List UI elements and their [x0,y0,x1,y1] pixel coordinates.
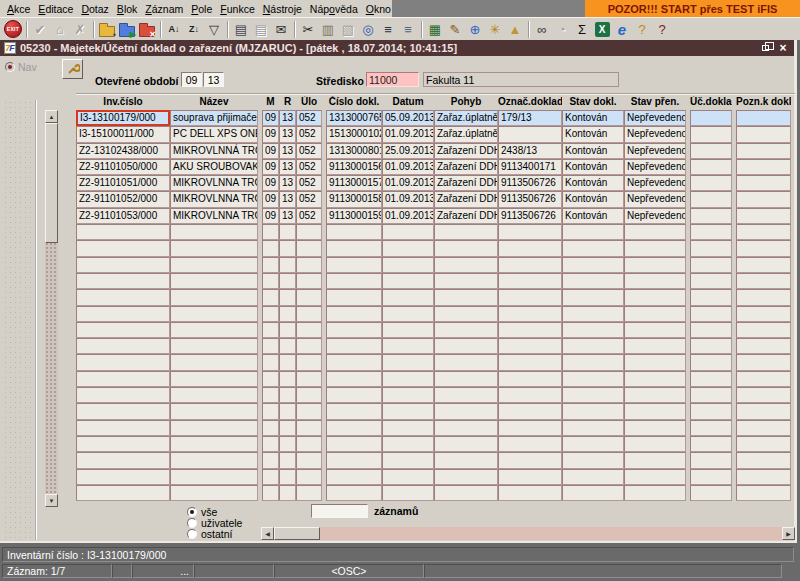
table-cell[interactable] [262,257,279,273]
menu-pole[interactable]: Pole [187,2,216,16]
table-cell[interactable]: 052 [296,110,322,126]
table-cell[interactable] [690,126,732,142]
table-cell[interactable] [279,257,296,273]
table-cell[interactable] [498,257,562,273]
table-cell[interactable] [326,420,382,436]
notepad-icon[interactable]: ✎ [445,20,465,39]
table-cell[interactable] [736,224,791,240]
table-cell[interactable] [296,387,322,403]
table-cell[interactable] [690,403,732,419]
table-cell[interactable] [562,338,624,354]
table-cell[interactable]: 25.09.2013 [382,143,434,159]
table-cell[interactable] [624,257,686,273]
table-cell[interactable] [262,403,279,419]
help-icon[interactable]: ? [652,20,672,39]
nav-toggle[interactable]: Nav [5,61,37,73]
table-cell[interactable] [170,273,258,289]
table-cell[interactable] [382,240,434,256]
table-cell[interactable] [382,354,434,370]
enter-query-icon[interactable]: ▪ [97,20,117,39]
table-cell[interactable]: 052 [296,159,322,175]
table-cell[interactable] [326,485,382,501]
table-cell[interactable] [170,403,258,419]
table-cell[interactable] [382,306,434,322]
table-cell[interactable] [498,354,562,370]
table-cell[interactable]: MIKROVLNNA TROU [170,175,258,191]
table-cell[interactable] [690,452,732,468]
table-cell[interactable] [498,371,562,387]
table-cell[interactable] [170,338,258,354]
table-cell[interactable] [76,469,170,485]
table-cell[interactable] [624,452,686,468]
table-row-empty[interactable] [76,240,791,256]
table-cell[interactable]: Kontován [562,110,624,126]
table-cell[interactable]: PC DELL XPS ONE 2 [170,126,258,142]
table-row[interactable]: Z2-13102438/000MIKROVLNNÁ TROU0913052131… [76,143,791,159]
table-cell[interactable]: Zařaz.úplatně nat [434,110,498,126]
exit-button[interactable]: EXIT [3,20,23,39]
table-cell[interactable] [624,436,686,452]
table-cell[interactable]: 1313000801 [326,143,382,159]
table-cell[interactable] [562,257,624,273]
table-cell[interactable] [690,208,732,224]
table-cell[interactable] [690,273,732,289]
table-row-empty[interactable] [76,387,791,403]
table-cell[interactable]: 9113000159 [326,208,382,224]
table-row[interactable]: Z2-91101053/000MIKROVLNNA TROU0913052911… [76,208,791,224]
table-cell[interactable] [76,452,170,468]
table-cell[interactable] [382,420,434,436]
table-cell[interactable]: 05.09.2013 [382,110,434,126]
table-cell[interactable]: 13 [279,175,296,191]
table-cell[interactable] [624,338,686,354]
table-cell[interactable] [562,436,624,452]
table-cell[interactable] [326,224,382,240]
table-cell[interactable] [690,485,732,501]
table-cell[interactable] [736,371,791,387]
table-cell[interactable] [434,354,498,370]
table-cell[interactable] [296,306,322,322]
table-cell[interactable] [170,240,258,256]
table-cell[interactable]: 09 [262,175,279,191]
table-cell[interactable] [690,191,732,207]
table-cell[interactable] [279,224,296,240]
table-cell[interactable]: souprava přijimače [170,110,258,126]
table-cell[interactable] [736,403,791,419]
table-cell[interactable] [434,273,498,289]
pyramid-icon[interactable]: ▲ [505,20,525,39]
menu-okno[interactable]: Okno [362,2,395,16]
table-cell[interactable]: MIKROVLNNÁ TROU [170,143,258,159]
table-cell[interactable]: 01.09.2013 [382,126,434,142]
table-cell[interactable] [736,306,791,322]
table-cell[interactable] [690,289,732,305]
table-cell[interactable] [296,322,322,338]
table-cell[interactable]: Z2-91101050/000 [76,159,170,175]
table-cell[interactable] [624,354,686,370]
table-cell[interactable] [76,387,170,403]
record-list-icon[interactable]: ≡ [398,20,418,39]
table-cell[interactable]: Kontován [562,191,624,207]
table-cell[interactable] [690,159,732,175]
table-cell[interactable] [562,387,624,403]
table-cell[interactable] [76,485,170,501]
table-cell[interactable] [736,338,791,354]
table-cell[interactable]: 9113000156 [326,159,382,175]
table-cell[interactable] [262,420,279,436]
radio-icon[interactable] [187,518,197,528]
table-cell[interactable] [434,387,498,403]
table-cell[interactable] [434,306,498,322]
record-scrollbar-thumb[interactable] [45,123,58,243]
globe-icon[interactable]: ⊕ [465,20,485,39]
table-cell[interactable]: Kontován [562,175,624,191]
table-cell[interactable] [690,338,732,354]
table-cell[interactable] [170,469,258,485]
table-cell[interactable] [262,387,279,403]
menu-akce[interactable]: Akce [3,2,34,16]
table-cell[interactable] [262,240,279,256]
table-cell[interactable] [624,322,686,338]
table-cell[interactable] [690,240,732,256]
table-cell[interactable] [76,273,170,289]
table-cell[interactable]: 01.09.2013 [382,208,434,224]
table-cell[interactable] [262,354,279,370]
menu-editace[interactable]: Editace [34,2,77,16]
table-cell[interactable]: 01.09.2013 [382,175,434,191]
